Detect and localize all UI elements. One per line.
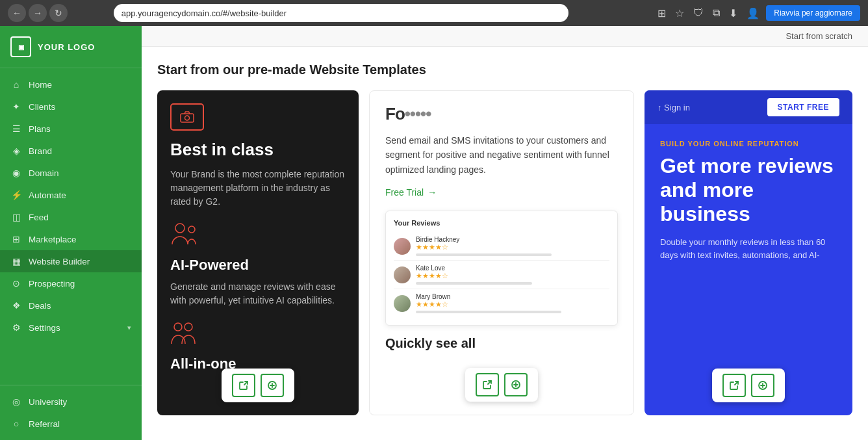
sidebar-item-automate[interactable]: ⚡ Automate xyxy=(0,184,142,206)
sidebar-item-marketplace[interactable]: ⊞ Marketplace xyxy=(0,228,142,250)
logo-area: ▣ YOUR LOGO xyxy=(0,26,142,68)
bookmark-icon[interactable]: ☆ xyxy=(672,6,687,21)
settings-arrow-icon: ▾ xyxy=(127,324,131,332)
free-trial-link[interactable]: Free Trial → xyxy=(385,187,618,198)
reviews-widget-title: Your Reviews xyxy=(394,219,609,227)
sidebar-item-clients[interactable]: ✦ Clients xyxy=(0,96,142,118)
blue-main-title: Get more reviews and more business xyxy=(660,154,837,226)
address-bar[interactable]: app.youragencydomain.co/#/website-builde… xyxy=(114,4,568,22)
logo-text: YOUR LOGO xyxy=(38,42,95,52)
browser-nav-buttons: ← → ↻ xyxy=(8,4,68,22)
riavvia-button[interactable]: Riavvia per aggiornare xyxy=(766,5,860,21)
card-white-desc: Send email and SMS invitations to your c… xyxy=(385,133,618,177)
review-stars-2: ★★★★☆ xyxy=(416,272,609,280)
sidebar-item-label: Brand xyxy=(29,146,52,156)
back-button[interactable]: ← xyxy=(8,4,26,22)
feed-icon: ◫ xyxy=(10,212,22,222)
review-info-3: Mary Brown ★★★★☆ xyxy=(416,293,609,313)
sidebar-item-label: Domain xyxy=(29,168,59,178)
add-button[interactable] xyxy=(261,374,284,397)
card-black-desc-2: Generate and manage reviews with ease wi… xyxy=(170,280,346,307)
free-trial-text: Free Trial xyxy=(385,187,424,198)
app-layout: ▣ YOUR LOGO ⌂ Home ✦ Clients ☰ Plans ◈ B… xyxy=(0,26,868,440)
sidebar-item-domain[interactable]: ◉ Domain xyxy=(0,162,142,184)
svg-point-4 xyxy=(174,323,182,331)
card-black-title-1: Best in class xyxy=(170,140,346,160)
sidebar-item-university[interactable]: ◎ University xyxy=(0,391,142,413)
sidebar-item-home[interactable]: ⌂ Home xyxy=(0,73,142,96)
open-in-new-button-white[interactable] xyxy=(476,373,499,396)
download-icon[interactable]: ⬇ xyxy=(726,6,740,21)
sidebar-item-deals[interactable]: ❖ Deals xyxy=(0,294,142,317)
reload-button[interactable]: ↻ xyxy=(49,4,68,22)
brand-icon: ◈ xyxy=(10,146,22,156)
card-white-logo: Fo••••• xyxy=(385,104,618,124)
blue-card-hover-actions xyxy=(712,369,785,402)
sidebar-item-label: Prospecting xyxy=(29,279,75,289)
sidebar-item-brand[interactable]: ◈ Brand xyxy=(0,140,142,162)
domain-icon: ◉ xyxy=(10,168,22,178)
sidebar-item-label: Feed xyxy=(29,213,49,222)
add-button-white[interactable] xyxy=(504,373,528,396)
sidebar-item-plans[interactable]: ☰ Plans xyxy=(0,118,142,140)
referral-icon: ○ xyxy=(10,419,22,429)
build-label: BUILD YOUR ONLINE REPUTATION xyxy=(660,140,837,148)
section-title: Start from our pre-made Website Template… xyxy=(157,62,852,77)
sidebar-item-label: Deals xyxy=(29,301,51,311)
card-white-top: Fo••••• Send email and SMS invitations t… xyxy=(370,91,633,211)
sidebar-item-settings[interactable]: ⚙ Settings ▾ xyxy=(0,317,142,339)
white-card-hover-actions xyxy=(465,368,538,402)
review-bar-2 xyxy=(416,282,532,285)
sidebar-item-prospecting[interactable]: ⊙ Prospecting xyxy=(0,272,142,294)
blue-card-header: ↑ Sign in START FREE xyxy=(645,90,852,124)
sidebar-item-website-builder[interactable]: ▦ Website Builder xyxy=(0,250,142,272)
extensions-icon[interactable]: ⧉ xyxy=(710,6,722,20)
extension-icon[interactable]: ⊞ xyxy=(655,6,669,21)
sidebar-item-label: Clients xyxy=(29,102,55,112)
blue-card-desc: Double your monthly reviews in less than… xyxy=(660,236,837,261)
content-area: Start from our pre-made Website Template… xyxy=(142,47,868,415)
sidebar-item-referral[interactable]: ○ Referral xyxy=(0,413,142,435)
card-black-title-2: AI-Powered xyxy=(170,257,346,274)
sign-in-link[interactable]: ↑ Sign in xyxy=(657,103,690,112)
svg-point-2 xyxy=(175,224,185,233)
ai-people-icon xyxy=(170,222,346,249)
card-white-bottom-title: Quickly see all xyxy=(385,336,618,351)
start-scratch-text: Start from scratch xyxy=(785,31,852,41)
sidebar-bottom: ◎ University ○ Referral xyxy=(0,385,142,440)
card-black-hover-actions xyxy=(222,369,294,402)
url-text: app.youragencydomain.co/#/website-builde… xyxy=(121,8,287,18)
svg-point-1 xyxy=(185,116,190,120)
main-content: Start from scratch Start from our pre-ma… xyxy=(142,26,868,440)
review-name-3: Mary Brown xyxy=(416,293,609,300)
sidebar-item-label: Referral xyxy=(29,419,60,429)
add-button-blue[interactable] xyxy=(751,374,774,397)
svg-rect-0 xyxy=(181,114,194,122)
camera-icon xyxy=(170,103,204,131)
logo-box: ▣ xyxy=(10,36,31,57)
reviews-widget: Your Reviews Birdie Hackney ★★★★☆ xyxy=(385,211,618,326)
sidebar: ▣ YOUR LOGO ⌂ Home ✦ Clients ☰ Plans ◈ B… xyxy=(0,26,142,440)
sidebar-item-label: Settings xyxy=(29,323,60,333)
avatar-1 xyxy=(394,238,411,255)
university-icon: ◎ xyxy=(10,396,22,407)
review-row: Kate Love ★★★★☆ xyxy=(394,261,609,289)
forward-button[interactable]: → xyxy=(29,4,47,22)
profile-icon[interactable]: 👤 xyxy=(744,6,762,21)
open-in-new-button[interactable] xyxy=(232,374,255,397)
plans-icon: ☰ xyxy=(10,123,22,134)
sidebar-item-feed[interactable]: ◫ Feed xyxy=(0,206,142,228)
review-stars-3: ★★★★☆ xyxy=(416,300,609,309)
deals-icon: ❖ xyxy=(10,300,22,311)
shield-icon[interactable]: 🛡 xyxy=(691,6,706,20)
template-card-blue: ↑ Sign in START FREE BUILD YOUR ONLINE R… xyxy=(645,90,852,415)
review-name-2: Kate Love xyxy=(416,265,609,272)
template-card-black: Best in class Your Brand is the most com… xyxy=(157,90,359,415)
sidebar-item-label: Marketplace xyxy=(29,235,77,244)
card-white-bottom: Quickly see all xyxy=(370,326,633,364)
review-row: Mary Brown ★★★★☆ xyxy=(394,289,609,317)
start-free-button[interactable]: START FREE xyxy=(767,98,839,116)
sidebar-item-label: Plans xyxy=(29,124,51,134)
start-scratch-bar: Start from scratch xyxy=(142,26,868,47)
open-in-new-button-blue[interactable] xyxy=(722,374,746,397)
